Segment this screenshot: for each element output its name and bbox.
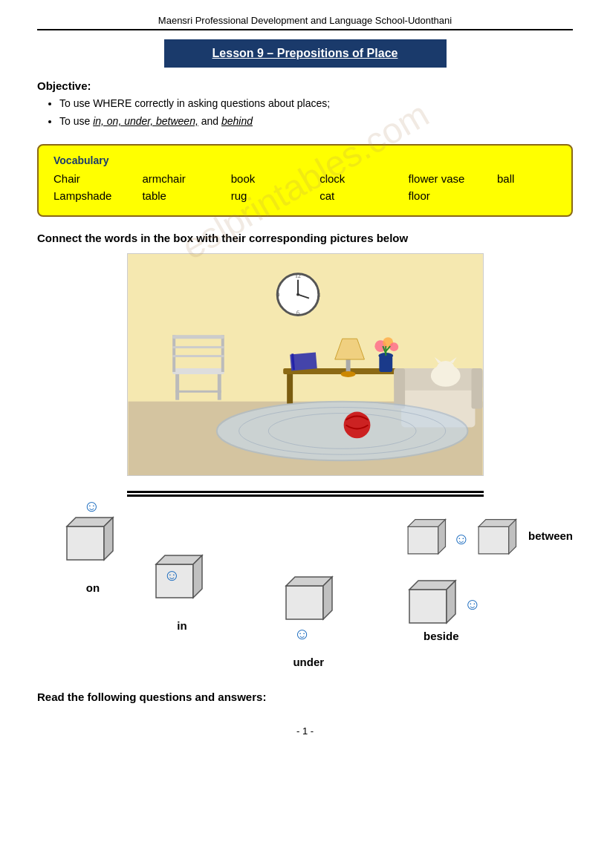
top-divider: [37, 29, 573, 30]
on-cube-container: ☺: [59, 512, 126, 578]
svg-point-22: [389, 342, 398, 351]
between-cube1-svg: [402, 512, 450, 560]
svg-rect-11: [287, 374, 293, 404]
vocab-clock: clock: [319, 172, 379, 185]
svg-marker-51: [67, 526, 104, 560]
svg-marker-63: [478, 526, 509, 554]
beside-label: beside: [424, 630, 459, 642]
beside-smiley: ☺: [464, 595, 481, 614]
lesson-title: Lesson 9 – Prepositions of Place: [212, 47, 398, 59]
on-label: on: [86, 581, 100, 594]
vocab-table: table: [142, 189, 201, 202]
vocab-row-1: Chair armchair book clock flower vase ba…: [53, 172, 557, 185]
prep-under-item: ☺ under: [271, 571, 345, 668]
in-label: in: [177, 619, 186, 632]
between-smiley: ☺: [453, 529, 470, 549]
on-smiley: ☺: [83, 497, 100, 516]
prepositions-section: ☺ on ☺: [37, 512, 573, 668]
page-number: - 1 -: [37, 725, 573, 737]
section-divider: [127, 491, 484, 497]
objective-section: Objective: To use WHERE correctly in ask…: [37, 79, 573, 131]
vocab-row-2: Lampshade table rug cat floor: [53, 189, 557, 202]
svg-marker-57: [286, 586, 323, 619]
prep-in-item: ☺ in: [149, 549, 215, 632]
vocab-lampshade: Lampshade: [53, 189, 113, 202]
objective-list: To use WHERE correctly in asking questio…: [37, 95, 573, 131]
under-smiley: ☺: [293, 624, 310, 644]
svg-rect-28: [221, 335, 224, 372]
svg-rect-37: [394, 368, 405, 409]
svg-rect-38: [471, 368, 482, 409]
svg-rect-29: [172, 335, 224, 339]
beside-cubes: ☺: [402, 575, 481, 627]
objective-item-2: To use in, on, under, between, and behin…: [59, 113, 573, 131]
vocab-empty: [497, 189, 557, 202]
vocab-cat: cat: [319, 189, 379, 202]
svg-point-17: [340, 371, 355, 377]
vocab-chair: Chair: [53, 172, 113, 185]
vocab-armchair: armchair: [142, 172, 201, 185]
on-cube-svg: [59, 512, 119, 564]
svg-text:9: 9: [276, 291, 279, 298]
read-section: Read the following questions and answers…: [37, 691, 573, 703]
svg-text:12: 12: [295, 272, 301, 278]
objective-item-1: To use WHERE correctly in asking questio…: [59, 95, 573, 113]
vocab-ball: ball: [497, 172, 557, 185]
in-cube-container: ☺: [149, 549, 215, 616]
vocab-rug: rug: [231, 189, 291, 202]
prep-on-item: ☺ on: [59, 512, 126, 594]
header: Maensri Professional Development and Lan…: [37, 15, 573, 30]
svg-rect-30: [172, 346, 224, 348]
lesson-title-box: Lesson 9 – Prepositions of Place: [164, 39, 447, 68]
under-label: under: [293, 656, 324, 668]
svg-point-47: [216, 401, 467, 460]
prep-beside-item: ☺ beside: [402, 575, 481, 642]
prep-left-group: ☺ on ☺: [37, 512, 215, 632]
room-image: 12 3 6 9: [127, 253, 484, 476]
vocab-book: book: [231, 172, 291, 185]
under-cube-svg: [279, 571, 338, 623]
read-title: Read the following questions and answers…: [37, 691, 573, 703]
prep-between-item: ☺ between: [402, 512, 573, 560]
between-label-inline: between: [528, 529, 573, 542]
vocabulary-title: Vocabulary: [53, 154, 557, 166]
vocab-flower-vase: flower vase: [409, 172, 468, 185]
between-cube2-svg: [473, 512, 521, 560]
objective-label: Objective:: [37, 79, 573, 92]
in-smiley: ☺: [163, 566, 180, 585]
svg-rect-34: [175, 390, 221, 392]
school-name: Maensri Professional Development and Lan…: [37, 15, 573, 26]
between-cubes: ☺ between: [402, 512, 573, 560]
svg-point-40: [436, 361, 454, 376]
vocab-floor: floor: [409, 189, 468, 202]
prep-right-group: ☺ between ☺ beside: [402, 512, 573, 642]
svg-marker-66: [409, 590, 447, 623]
room-scene-svg: 12 3 6 9: [128, 254, 483, 475]
svg-text:3: 3: [317, 291, 319, 298]
svg-rect-31: [172, 355, 224, 357]
beside-cube-svg: [402, 575, 461, 627]
svg-rect-26: [172, 368, 224, 374]
connect-instruction: Connect the words in the box with their …: [37, 232, 573, 244]
svg-marker-60: [408, 526, 438, 554]
svg-rect-32: [175, 374, 179, 400]
under-container: ☺: [271, 571, 345, 653]
svg-rect-33: [217, 374, 221, 400]
vocabulary-box: Vocabulary Chair armchair book clock flo…: [37, 144, 573, 217]
svg-text:6: 6: [296, 310, 299, 316]
svg-rect-27: [172, 335, 175, 372]
